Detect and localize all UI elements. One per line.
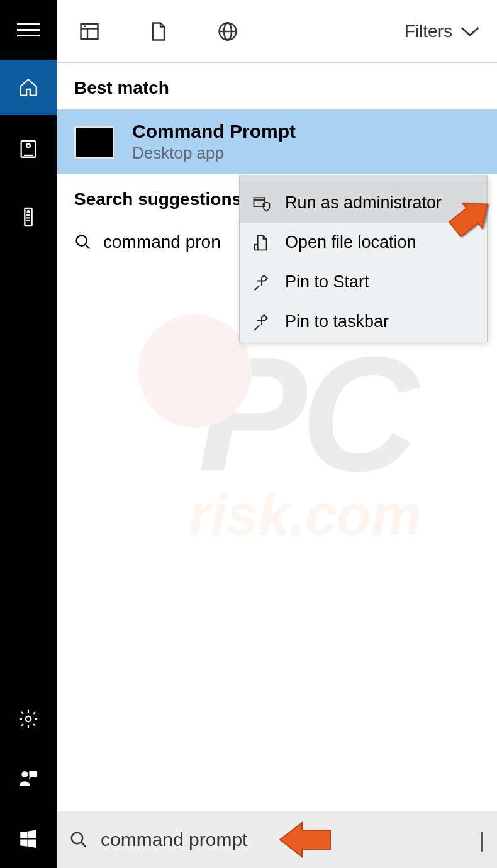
search-category-tabs: Filters [57,0,497,63]
ctx-pin-to-taskbar[interactable]: Pin to taskbar [240,302,487,342]
start-sidebar [0,0,57,868]
search-icon [69,830,88,849]
file-location-icon [252,233,271,252]
tab-web[interactable] [210,14,245,48]
ctx-item-label: Pin to Start [285,272,369,292]
command-prompt-icon [74,126,114,159]
home-icon [18,77,39,98]
sidebar-feedback[interactable] [0,748,57,808]
globe-icon [216,20,239,43]
svg-point-18 [77,236,87,246]
svg-point-24 [72,833,83,844]
ctx-item-label: Pin to taskbar [285,312,389,331]
context-menu-grip [240,175,487,183]
result-subtitle: Desktop app [132,143,296,163]
windows-logo-icon [18,828,39,849]
suggestion-text: command pron [103,232,221,252]
filters-label: Filters [405,21,452,42]
svg-point-4 [28,211,30,213]
svg-line-22 [255,286,260,291]
people-chat-icon [18,768,39,789]
best-match-result[interactable]: Command Prompt Desktop app [57,109,497,174]
photo-icon [18,138,39,160]
search-icon [74,233,92,251]
result-title: Command Prompt [132,121,296,142]
filters-dropdown[interactable]: Filters [405,20,481,43]
document-icon [147,20,170,43]
hamburger-menu-button[interactable] [0,0,57,60]
sidebar-start-button[interactable] [0,808,57,868]
admin-shield-icon [252,194,271,213]
pin-icon [252,273,271,292]
svg-rect-10 [29,771,37,777]
svg-point-9 [21,771,28,777]
tab-apps[interactable] [72,14,106,48]
sidebar-settings[interactable] [0,689,57,748]
search-panel: Filters Best match Command Prompt Deskto… [57,0,497,868]
ctx-run-as-administrator[interactable]: Run as administrator [240,183,487,223]
apps-icon [78,20,101,43]
best-match-header: Best match [57,63,497,109]
svg-line-19 [86,245,90,249]
pin-icon [252,313,271,331]
svg-line-23 [255,325,260,330]
hamburger-icon [17,19,40,40]
tab-documents[interactable] [141,14,176,48]
remote-icon [18,206,39,228]
svg-point-8 [26,716,31,721]
search-input[interactable] [101,829,475,850]
text-cursor: | [479,828,484,852]
svg-line-25 [81,842,86,847]
svg-point-1 [26,144,30,148]
chevron-down-icon [459,20,481,43]
search-bar[interactable]: | [57,811,497,868]
ctx-item-label: Open file location [285,233,416,252]
sidebar-collections[interactable] [0,115,57,183]
ctx-item-label: Run as administrator [285,193,442,213]
ctx-open-file-location[interactable]: Open file location [240,223,487,262]
context-menu: Run as administrator Open file location … [239,175,488,342]
sidebar-home[interactable] [0,60,57,115]
ctx-pin-to-start[interactable]: Pin to Start [240,262,487,302]
gear-icon [18,708,39,730]
svg-rect-11 [81,24,98,39]
sidebar-remote[interactable] [0,183,57,251]
